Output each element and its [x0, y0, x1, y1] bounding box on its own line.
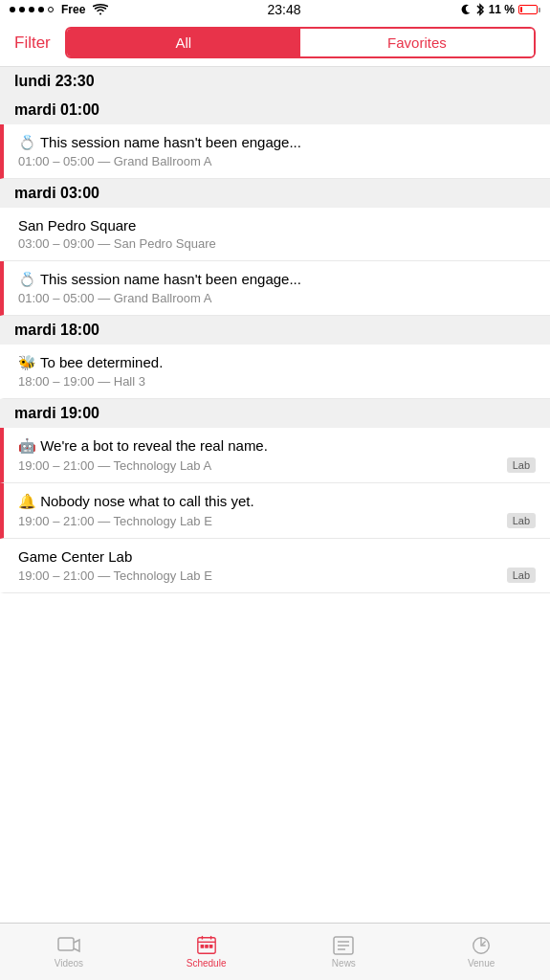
- toggle-all-button[interactable]: All: [67, 29, 300, 56]
- time-display: 23:48: [267, 2, 300, 17]
- session-meta: 19:00 – 21:00 — Technology Lab ALab: [18, 457, 536, 473]
- signal-dot-1: [10, 7, 15, 12]
- svg-rect-7: [209, 945, 212, 948]
- session-badge: Lab: [507, 568, 536, 583]
- wifi-icon: [93, 4, 108, 15]
- session-item-s2[interactable]: San Pedro Square03:00 – 09:00 — San Pedr…: [0, 208, 550, 261]
- svg-rect-0: [58, 938, 74, 950]
- signal-dot-5: [48, 7, 54, 12]
- tab-videos-label: Videos: [55, 958, 83, 969]
- session-item-s7[interactable]: Game Center Lab19:00 – 21:00 — Technolog…: [0, 539, 550, 593]
- tab-venue-label: Venue: [468, 958, 495, 969]
- tab-schedule-label: Schedule: [187, 958, 227, 969]
- svg-rect-6: [205, 945, 209, 948]
- svg-rect-5: [200, 945, 204, 948]
- tab-venue[interactable]: Venue: [412, 935, 550, 969]
- session-time-location: 19:00 – 21:00 — Technology Lab A: [18, 458, 211, 473]
- session-title: Game Center Lab: [18, 548, 536, 565]
- schedule-list: lundi 23:30mardi 01:00💍 This session nam…: [0, 67, 550, 651]
- session-item-s6[interactable]: 🔔 Nobody nose what to call this yet.19:0…: [0, 483, 550, 539]
- toggle-favorites-button[interactable]: Favorites: [300, 29, 534, 56]
- session-title: 💍 This session name hasn't been engage..…: [18, 134, 536, 151]
- filter-bar: Filter All Favorites: [0, 19, 550, 67]
- session-item-s5[interactable]: 🤖 We're a bot to reveal the real name.19…: [0, 428, 550, 483]
- session-meta: 18:00 – 19:00 — Hall 3: [18, 374, 536, 389]
- filter-label[interactable]: Filter: [14, 33, 51, 53]
- session-title: 🐝 To bee determined.: [18, 354, 536, 371]
- section-header-mardi-1900: mardi 19:00: [0, 399, 550, 428]
- session-time-location: 19:00 – 21:00 — Technology Lab E: [18, 568, 212, 583]
- signal-dot-3: [29, 7, 34, 12]
- venue-icon: [470, 935, 493, 956]
- moon-icon: [460, 4, 472, 15]
- session-title: San Pedro Square: [18, 217, 536, 234]
- session-meta: 01:00 – 05:00 — Grand Ballroom A: [18, 154, 536, 168]
- section-header-mardi-0300: mardi 03:00: [0, 179, 550, 208]
- tab-bar: Videos Schedule News Venue: [0, 923, 550, 980]
- tab-news-label: News: [332, 958, 356, 969]
- session-item-s3[interactable]: 💍 This session name hasn't been engage..…: [0, 261, 550, 316]
- filter-toggle-group: All Favorites: [65, 27, 536, 58]
- signal-dot-4: [38, 7, 44, 12]
- section-header-lundi-2330: lundi 23:30: [0, 67, 550, 96]
- status-right: 11 %: [460, 3, 540, 16]
- session-time-location: 01:00 – 05:00 — Grand Ballroom A: [18, 291, 211, 305]
- session-meta: 03:00 – 09:00 — San Pedro Square: [18, 236, 536, 251]
- status-bar: Free 23:48 11 %: [0, 0, 550, 19]
- session-time-location: 18:00 – 19:00 — Hall 3: [18, 374, 145, 389]
- section-header-mardi-1800: mardi 18:00: [0, 316, 550, 345]
- videos-icon: [57, 935, 80, 956]
- battery-percent: 11 %: [489, 3, 515, 16]
- session-meta: 19:00 – 21:00 — Technology Lab ELab: [18, 513, 536, 528]
- session-meta: 19:00 – 21:00 — Technology Lab ELab: [18, 568, 536, 583]
- session-item-s1[interactable]: 💍 This session name hasn't been engage..…: [0, 124, 550, 179]
- bluetooth-icon: [475, 3, 485, 16]
- tab-news[interactable]: News: [275, 935, 413, 969]
- status-left: Free: [10, 3, 108, 16]
- signal-dot-2: [19, 7, 25, 12]
- session-title: 💍 This session name hasn't been engage..…: [18, 271, 536, 288]
- session-meta: 01:00 – 05:00 — Grand Ballroom A: [18, 291, 536, 305]
- session-title: 🔔 Nobody nose what to call this yet.: [18, 493, 536, 510]
- session-title: 🤖 We're a bot to reveal the real name.: [18, 437, 536, 455]
- news-icon: [332, 935, 355, 956]
- battery-indicator: [518, 5, 540, 14]
- session-time-location: 01:00 – 05:00 — Grand Ballroom A: [18, 154, 211, 168]
- session-time-location: 03:00 – 09:00 — San Pedro Square: [18, 236, 216, 251]
- tab-schedule[interactable]: Schedule: [138, 935, 275, 969]
- carrier-label: Free: [61, 3, 85, 16]
- session-item-s4[interactable]: 🐝 To bee determined.18:00 – 19:00 — Hall…: [0, 345, 550, 399]
- section-header-mardi-0100: mardi 01:00: [0, 96, 550, 124]
- schedule-icon: [195, 935, 218, 956]
- tab-videos[interactable]: Videos: [0, 935, 138, 969]
- session-badge: Lab: [507, 457, 536, 473]
- session-badge: Lab: [507, 513, 536, 528]
- session-time-location: 19:00 – 21:00 — Technology Lab E: [18, 514, 212, 528]
